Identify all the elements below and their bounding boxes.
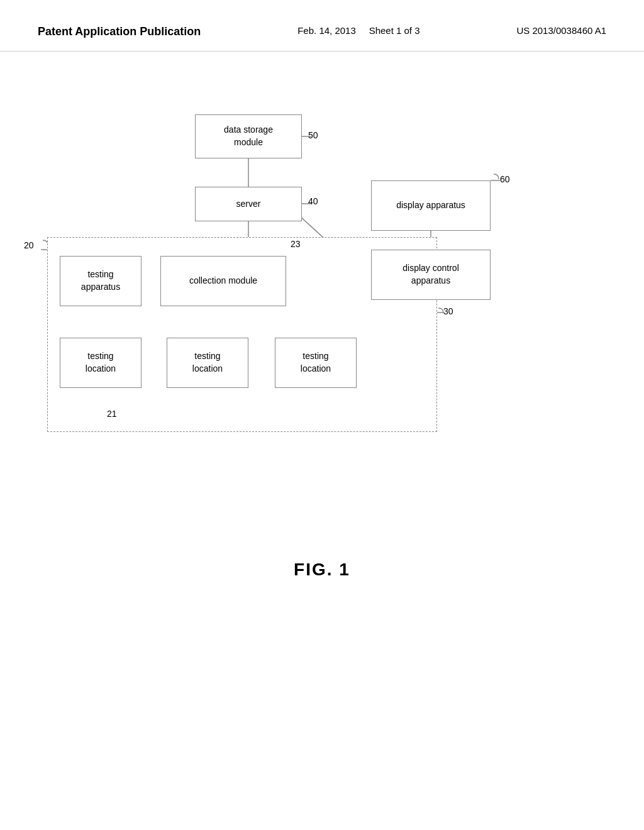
testing-location-2-box: testing location bbox=[167, 338, 248, 388]
label-60: 60 bbox=[500, 174, 510, 184]
page-header: Patent Application Publication Feb. 14, … bbox=[0, 0, 644, 52]
patent-number: US 2013/0038460 A1 bbox=[516, 25, 606, 36]
testing-apparatus-box: testing apparatus bbox=[60, 256, 142, 306]
label-50: 50 bbox=[308, 130, 318, 140]
diagram-area: data storage module server display appar… bbox=[0, 64, 644, 630]
collection-module-box: collection module bbox=[160, 256, 286, 306]
server-box: server bbox=[195, 187, 302, 221]
publication-label: Patent Application Publication bbox=[38, 25, 201, 38]
testing-location-3-box: testing location bbox=[275, 338, 357, 388]
label-23: 23 bbox=[291, 239, 301, 249]
display-control-box: display control apparatus bbox=[371, 250, 491, 300]
display-apparatus-box: display apparatus bbox=[371, 180, 491, 231]
testing-location-1-box: testing location bbox=[60, 338, 142, 388]
sheet-number: Sheet 1 of 3 bbox=[369, 25, 420, 36]
label-30: 30 bbox=[443, 306, 453, 316]
label-20: 20 bbox=[24, 240, 34, 250]
publication-date: Feb. 14, 2013 bbox=[297, 25, 356, 36]
label-21: 21 bbox=[107, 409, 117, 419]
sheet-info: Feb. 14, 2013 Sheet 1 of 3 bbox=[297, 25, 419, 36]
label-40: 40 bbox=[308, 196, 318, 206]
data-storage-box: data storage module bbox=[195, 114, 302, 158]
figure-caption: FIG. 1 bbox=[0, 560, 644, 580]
